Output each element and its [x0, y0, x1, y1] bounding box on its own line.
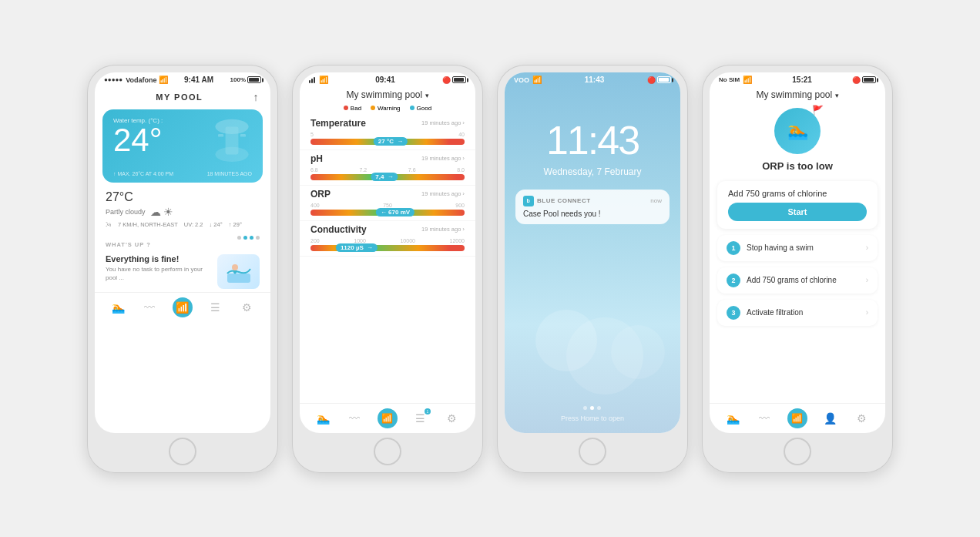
- phone-1-nav: 🏊 〰 📶 ☰ ⚙: [95, 292, 270, 322]
- metric-orp-time[interactable]: 19 minutes ago ›: [421, 190, 465, 197]
- nav4-wave[interactable]: 〰: [756, 410, 773, 427]
- cond-scale: 200 1000 10000 12000: [310, 238, 465, 243]
- nav2-gear[interactable]: ⚙: [444, 410, 461, 427]
- dropdown-chevron-4[interactable]: ▾: [835, 92, 839, 99]
- step-1-num: 1: [727, 241, 740, 255]
- metric-orp-name: ORP: [310, 189, 331, 200]
- lock-dot-2: [590, 406, 594, 410]
- cond-time-text: 19 minutes ago: [421, 226, 461, 233]
- svg-point-6: [232, 264, 238, 270]
- dot-4: [256, 236, 260, 240]
- temp-chevron: ›: [462, 119, 465, 126]
- phone-4-battery: 🔴: [852, 76, 876, 84]
- orp-scale: 400 750 900: [310, 203, 465, 208]
- swimmer-icon: 🏊: [787, 121, 808, 141]
- nav-gear[interactable]: ⚙: [239, 299, 256, 316]
- phone-4-status-bar: No SIM 📶 15:21 🔴: [710, 72, 885, 86]
- legend-warning-label: Warning: [378, 105, 401, 112]
- pool-name-4[interactable]: My swimming pool: [756, 89, 832, 100]
- notif-header: b BLUE CONNECT now: [523, 196, 662, 206]
- orp-circle: 🏊 🚩: [774, 108, 821, 154]
- phone-4-nosim: No SIM 📶: [719, 76, 752, 84]
- phone-4: No SIM 📶 15:21 🔴 My swimming pool ▾ 🏊 🚩: [702, 65, 893, 473]
- nav2-list[interactable]: ☰ 1: [412, 410, 429, 427]
- metric-ph: pH 19 minutes ago › 6.8 7.2 7.6 8.0: [300, 150, 475, 186]
- phone-3: VOO 📶 11:43 🔴 11:43 Wednesday, 7 Februar…: [497, 65, 688, 473]
- step-1[interactable]: 1 Stop having a swim ›: [717, 235, 878, 261]
- step-3-text: Activate filtration: [747, 308, 803, 317]
- lock-screen: VOO 📶 11:43 🔴 11:43 Wednesday, 7 Februar…: [505, 72, 680, 433]
- phone-2-status-bar: 📶 09:41 🔴: [300, 72, 475, 86]
- lock-page-dots: [583, 406, 601, 410]
- step-3-content: 3 Activate filtration: [727, 306, 803, 320]
- nav4-pool[interactable]: 🏊: [724, 410, 741, 427]
- bar-2: [311, 79, 313, 83]
- carrier-label: Vodafone: [126, 76, 156, 84]
- start-button[interactable]: Start: [728, 203, 867, 221]
- home-button-4[interactable]: [784, 438, 811, 465]
- home-button-2[interactable]: [374, 438, 401, 465]
- cond-max2: 12000: [450, 238, 465, 243]
- phone-2-screen: 📶 09:41 🔴 My swimming pool ▾ Bad: [300, 72, 475, 433]
- metric-conductivity: Conductivity 19 minutes ago › 200 1000 1…: [300, 221, 475, 257]
- battery-label: 100%: [230, 76, 246, 83]
- nav2-pool[interactable]: 🏊: [314, 410, 331, 427]
- step-1-content: 1 Stop having a swim: [727, 241, 814, 255]
- orp-slider: ← 670 mV: [310, 210, 465, 216]
- legend-warning-dot: [371, 106, 375, 110]
- phone-2-header: My swimming pool ▾: [300, 86, 475, 103]
- pool-title: MY POOL: [156, 92, 203, 102]
- action-card: Add 750 grams of chlorine Start: [717, 181, 878, 229]
- nav-bluetooth[interactable]: 📶: [173, 297, 193, 317]
- nav-list[interactable]: ☰: [207, 299, 224, 316]
- legend-bad-label: Bad: [351, 105, 361, 112]
- weather-desc-text: Partly cloudy: [106, 208, 146, 216]
- legend-bad: Bad: [344, 105, 361, 112]
- phone-4-time: 15:21: [792, 76, 812, 84]
- nav-wave[interactable]: 〰: [141, 299, 158, 316]
- nav4-gear[interactable]: ⚙: [854, 410, 871, 427]
- whats-up-label: WHAT'S UP ?: [106, 241, 151, 248]
- step-2[interactable]: 2 Add 750 grams of chlorine ›: [717, 267, 878, 294]
- nav2-bluetooth[interactable]: 📶: [378, 408, 398, 428]
- bar-3: [314, 77, 315, 83]
- ph-mid1: 7.2: [359, 167, 367, 173]
- cond-mid: 1000: [354, 238, 366, 243]
- home-button-3[interactable]: [579, 438, 606, 465]
- nav2-wave[interactable]: 〰: [346, 410, 363, 427]
- bubble-3: [611, 325, 665, 379]
- phone-3-time-statusbar: 11:43: [585, 76, 605, 84]
- metric-ph-name: pH: [310, 153, 323, 164]
- step-3-num: 3: [727, 306, 740, 320]
- weather-details: 🌬 7 KM/H, NORTH-EAST UV: 2.2 ↓ 24° ↑ 29°: [106, 221, 260, 228]
- nav4-bluetooth[interactable]: 📶: [787, 408, 807, 428]
- phone-2-right: 🔴: [442, 76, 466, 84]
- metrics-scroll: Temperature 19 minutes ago › 5 40 27 °: [300, 115, 475, 403]
- legend-good-dot: [410, 106, 414, 110]
- upload-icon[interactable]: ↑: [253, 91, 260, 103]
- nav4-person[interactable]: 👤: [822, 410, 839, 427]
- cond-arrow: →: [367, 244, 373, 251]
- ph-mid2: 7.6: [408, 167, 416, 173]
- cond-bubble: 1120 µS →: [336, 243, 378, 252]
- metric-temp-time[interactable]: 19 minutes ago ›: [421, 119, 465, 126]
- home-button-1[interactable]: [169, 438, 196, 465]
- lock-bottom: Press Home to open: [561, 406, 624, 422]
- metric-cond-header: Conductivity 19 minutes ago ›: [310, 224, 465, 235]
- metric-ph-time[interactable]: 19 minutes ago ›: [421, 155, 465, 162]
- notif-message: Case Pool needs you !: [523, 210, 662, 218]
- cond-track: [310, 245, 465, 251]
- step-1-text: Stop having a swim: [747, 243, 814, 252]
- metric-cond-time[interactable]: 19 minutes ago ›: [421, 226, 465, 233]
- carrier-3: VOO: [514, 76, 529, 84]
- temp-value: 27 °C: [378, 138, 394, 145]
- pool-name-2[interactable]: My swimming pool: [346, 89, 422, 100]
- orp-time-text: 19 minutes ago: [421, 190, 461, 197]
- phone-2-nav: 🏊 〰 📶 ☰ 1 ⚙: [300, 403, 475, 433]
- step-3[interactable]: 3 Activate filtration ›: [717, 300, 878, 326]
- dropdown-chevron[interactable]: ▾: [425, 92, 429, 99]
- nav-pool[interactable]: 🏊: [109, 299, 126, 316]
- ph-slider: 7,4 →: [310, 174, 465, 180]
- notification-card[interactable]: b BLUE CONNECT now Case Pool needs you !: [515, 190, 670, 224]
- phone-4-screen: No SIM 📶 15:21 🔴 My swimming pool ▾ 🏊 🚩: [710, 72, 885, 433]
